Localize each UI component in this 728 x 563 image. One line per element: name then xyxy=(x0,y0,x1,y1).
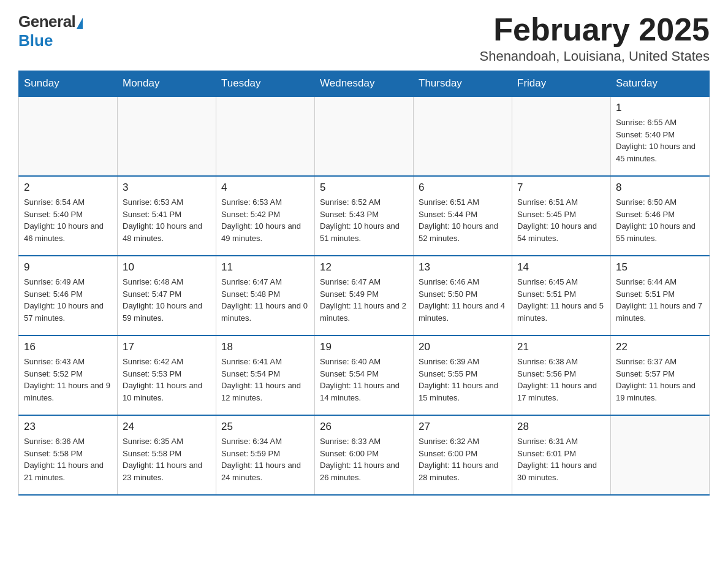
table-row: 13Sunrise: 6:46 AM Sunset: 5:50 PM Dayli… xyxy=(414,256,512,335)
day-info: Sunrise: 6:49 AM Sunset: 5:46 PM Dayligh… xyxy=(24,276,112,324)
day-info: Sunrise: 6:40 AM Sunset: 5:54 PM Dayligh… xyxy=(320,356,408,404)
day-info: Sunrise: 6:51 AM Sunset: 5:45 PM Dayligh… xyxy=(517,196,605,244)
day-number: 19 xyxy=(320,341,408,353)
day-info: Sunrise: 6:50 AM Sunset: 5:46 PM Dayligh… xyxy=(616,196,704,244)
day-info: Sunrise: 6:51 AM Sunset: 5:44 PM Dayligh… xyxy=(419,196,507,244)
day-number: 9 xyxy=(24,261,112,274)
day-info: Sunrise: 6:35 AM Sunset: 5:58 PM Dayligh… xyxy=(123,435,211,483)
table-row: 26Sunrise: 6:33 AM Sunset: 6:00 PM Dayli… xyxy=(315,415,414,495)
table-row xyxy=(611,415,710,495)
table-row: 24Sunrise: 6:35 AM Sunset: 5:58 PM Dayli… xyxy=(118,415,216,495)
table-row: 22Sunrise: 6:37 AM Sunset: 5:57 PM Dayli… xyxy=(611,335,710,415)
day-info: Sunrise: 6:52 AM Sunset: 5:43 PM Dayligh… xyxy=(320,196,408,244)
day-info: Sunrise: 6:33 AM Sunset: 6:00 PM Dayligh… xyxy=(320,435,408,483)
table-row: 8Sunrise: 6:50 AM Sunset: 5:46 PM Daylig… xyxy=(611,176,710,256)
day-number: 5 xyxy=(320,182,408,194)
table-row: 2Sunrise: 6:54 AM Sunset: 5:40 PM Daylig… xyxy=(19,176,118,256)
location-subtitle: Shenandoah, Louisiana, United States xyxy=(479,48,710,64)
table-row: 19Sunrise: 6:40 AM Sunset: 5:54 PM Dayli… xyxy=(315,335,414,415)
table-row: 21Sunrise: 6:38 AM Sunset: 5:56 PM Dayli… xyxy=(512,335,611,415)
day-number: 16 xyxy=(24,341,112,353)
logo-general-text: General xyxy=(18,12,75,31)
header-tuesday: Tuesday xyxy=(216,71,315,97)
logo-blue-text: Blue xyxy=(18,31,53,50)
logo-triangle-icon xyxy=(77,18,83,29)
day-info: Sunrise: 6:54 AM Sunset: 5:40 PM Dayligh… xyxy=(24,196,112,244)
table-row: 28Sunrise: 6:31 AM Sunset: 6:01 PM Dayli… xyxy=(512,415,611,495)
day-info: Sunrise: 6:31 AM Sunset: 6:01 PM Dayligh… xyxy=(517,435,605,483)
table-row: 1Sunrise: 6:55 AM Sunset: 5:40 PM Daylig… xyxy=(611,96,710,176)
day-number: 3 xyxy=(123,182,211,194)
title-section: February 2025 Shenandoah, Louisiana, Uni… xyxy=(479,12,710,64)
table-row xyxy=(216,96,315,176)
table-row: 20Sunrise: 6:39 AM Sunset: 5:55 PM Dayli… xyxy=(414,335,512,415)
table-row: 9Sunrise: 6:49 AM Sunset: 5:46 PM Daylig… xyxy=(19,256,118,335)
table-row: 14Sunrise: 6:45 AM Sunset: 5:51 PM Dayli… xyxy=(512,256,611,335)
day-number: 7 xyxy=(517,182,605,194)
table-row: 5Sunrise: 6:52 AM Sunset: 5:43 PM Daylig… xyxy=(315,176,414,256)
table-row: 16Sunrise: 6:43 AM Sunset: 5:52 PM Dayli… xyxy=(19,335,118,415)
day-info: Sunrise: 6:45 AM Sunset: 5:51 PM Dayligh… xyxy=(517,276,605,324)
day-number: 20 xyxy=(419,341,507,353)
day-number: 24 xyxy=(123,421,211,433)
day-number: 23 xyxy=(24,421,112,433)
header-friday: Friday xyxy=(512,71,611,97)
day-info: Sunrise: 6:43 AM Sunset: 5:52 PM Dayligh… xyxy=(24,356,112,404)
day-number: 18 xyxy=(221,341,309,353)
day-number: 28 xyxy=(517,421,605,433)
day-info: Sunrise: 6:36 AM Sunset: 5:58 PM Dayligh… xyxy=(24,435,112,483)
day-number: 4 xyxy=(221,182,309,194)
day-number: 8 xyxy=(616,182,704,194)
table-row: 27Sunrise: 6:32 AM Sunset: 6:00 PM Dayli… xyxy=(414,415,512,495)
logo: General Blue xyxy=(18,12,83,50)
day-info: Sunrise: 6:48 AM Sunset: 5:47 PM Dayligh… xyxy=(123,276,211,324)
day-number: 27 xyxy=(419,421,507,433)
table-row: 10Sunrise: 6:48 AM Sunset: 5:47 PM Dayli… xyxy=(118,256,216,335)
day-number: 6 xyxy=(419,182,507,194)
table-row: 11Sunrise: 6:47 AM Sunset: 5:48 PM Dayli… xyxy=(216,256,315,335)
header-saturday: Saturday xyxy=(611,71,710,97)
month-title: February 2025 xyxy=(479,12,710,47)
table-row: 17Sunrise: 6:42 AM Sunset: 5:53 PM Dayli… xyxy=(118,335,216,415)
header-wednesday: Wednesday xyxy=(315,71,414,97)
day-info: Sunrise: 6:32 AM Sunset: 6:00 PM Dayligh… xyxy=(419,435,507,483)
day-number: 22 xyxy=(616,341,704,353)
table-row xyxy=(315,96,414,176)
day-info: Sunrise: 6:42 AM Sunset: 5:53 PM Dayligh… xyxy=(123,356,211,404)
weekday-header-row: Sunday Monday Tuesday Wednesday Thursday… xyxy=(19,71,710,97)
day-info: Sunrise: 6:37 AM Sunset: 5:57 PM Dayligh… xyxy=(616,356,704,404)
table-row: 15Sunrise: 6:44 AM Sunset: 5:51 PM Dayli… xyxy=(611,256,710,335)
day-info: Sunrise: 6:53 AM Sunset: 5:42 PM Dayligh… xyxy=(221,196,309,244)
day-number: 11 xyxy=(221,261,309,274)
day-number: 14 xyxy=(517,261,605,274)
table-row: 6Sunrise: 6:51 AM Sunset: 5:44 PM Daylig… xyxy=(414,176,512,256)
day-number: 15 xyxy=(616,261,704,274)
table-row: 4Sunrise: 6:53 AM Sunset: 5:42 PM Daylig… xyxy=(216,176,315,256)
page-header: General Blue February 2025 Shenandoah, L… xyxy=(18,12,710,64)
header-sunday: Sunday xyxy=(19,71,118,97)
header-monday: Monday xyxy=(118,71,216,97)
header-thursday: Thursday xyxy=(414,71,512,97)
day-number: 12 xyxy=(320,261,408,274)
table-row xyxy=(118,96,216,176)
day-number: 1 xyxy=(616,102,704,114)
table-row xyxy=(19,96,118,176)
day-number: 2 xyxy=(24,182,112,194)
table-row: 12Sunrise: 6:47 AM Sunset: 5:49 PM Dayli… xyxy=(315,256,414,335)
day-info: Sunrise: 6:34 AM Sunset: 5:59 PM Dayligh… xyxy=(221,435,309,483)
table-row: 18Sunrise: 6:41 AM Sunset: 5:54 PM Dayli… xyxy=(216,335,315,415)
day-number: 10 xyxy=(123,261,211,274)
day-info: Sunrise: 6:46 AM Sunset: 5:50 PM Dayligh… xyxy=(419,276,507,324)
table-row xyxy=(512,96,611,176)
day-number: 21 xyxy=(517,341,605,353)
table-row: 25Sunrise: 6:34 AM Sunset: 5:59 PM Dayli… xyxy=(216,415,315,495)
table-row: 7Sunrise: 6:51 AM Sunset: 5:45 PM Daylig… xyxy=(512,176,611,256)
table-row: 3Sunrise: 6:53 AM Sunset: 5:41 PM Daylig… xyxy=(118,176,216,256)
day-number: 17 xyxy=(123,341,211,353)
table-row: 23Sunrise: 6:36 AM Sunset: 5:58 PM Dayli… xyxy=(19,415,118,495)
day-number: 25 xyxy=(221,421,309,433)
day-info: Sunrise: 6:39 AM Sunset: 5:55 PM Dayligh… xyxy=(419,356,507,404)
day-number: 13 xyxy=(419,261,507,274)
day-info: Sunrise: 6:55 AM Sunset: 5:40 PM Dayligh… xyxy=(616,117,704,164)
day-info: Sunrise: 6:41 AM Sunset: 5:54 PM Dayligh… xyxy=(221,356,309,404)
